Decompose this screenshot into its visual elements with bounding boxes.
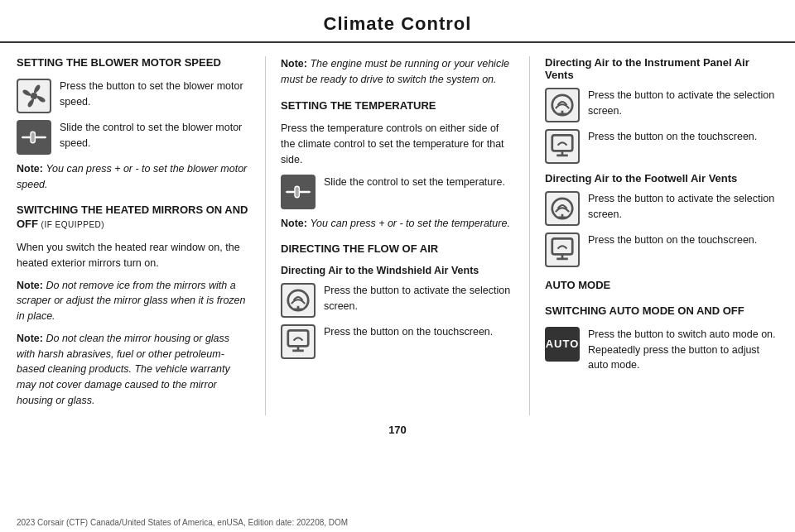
windshield-subtitle: Directing Air to the Windshield Air Vent… (281, 265, 514, 276)
blower-note: Note: You can press + or - to set the bl… (17, 161, 250, 193)
instrument-select-icon (545, 88, 580, 122)
temp-prereq-note: Note: The engine must be running or your… (281, 56, 514, 88)
footwell-touch-text: Press the button on the touchscreen. (588, 232, 778, 248)
page-header: Climate Control (0, 0, 795, 43)
column-2: Note: The engine must be running or your… (269, 56, 526, 415)
windshield-touch-text: Press the button on the touchscreen. (324, 324, 514, 340)
instrument-touch-row: Press the button on the touchscreen. (545, 129, 778, 164)
temp-slider-text: Slide the control to set the temperature… (324, 175, 514, 190)
instrument-select-row: Press the button to activate the selecti… (545, 88, 778, 122)
footwell-select-icon (545, 191, 580, 226)
temp-slider-icon (281, 175, 316, 209)
temp-note-content: You can press + or - to set the temperat… (310, 218, 509, 229)
mirrors-note2: Note: Do not clean the mirror housing or… (17, 331, 250, 409)
blower-slider-row: Slide the control to set the blower moto… (17, 120, 250, 155)
setting-temp-title: SETTING THE TEMPERATURE (281, 99, 514, 113)
auto-mode-row: AUTO Press the button to switch auto mod… (545, 327, 778, 373)
windshield-touch-icon (281, 324, 316, 359)
directing-flow-title: DIRECTING THE FLOW OF AIR (281, 242, 514, 256)
divider-2 (529, 56, 530, 415)
fan-icon (17, 79, 51, 113)
temp-note-label: Note: (281, 218, 307, 229)
blower-slider-text: Slide the control to set the blower moto… (60, 120, 250, 151)
mirrors-note1: Note: Do not remove ice from the mirrors… (17, 278, 250, 324)
instrument-panel-title: Directing Air to the Instrument Panel Ai… (545, 56, 778, 81)
setting-temp-body: Press the temperature controls on either… (281, 121, 514, 167)
instrument-touch-icon (545, 129, 580, 164)
heated-mirrors-body: When you switch the heated rear window o… (17, 240, 250, 271)
mirrors-note2-label: Note: (17, 333, 43, 344)
temp-prereq-label: Note: (281, 58, 307, 69)
auto-mode-title: AUTO MODE (545, 279, 778, 293)
page-container: Climate Control SETTING THE BLOWER MOTOR… (0, 0, 795, 532)
if-equipped-label: (IF EQUIPPED) (41, 220, 105, 229)
temp-slider-row: Slide the control to set the temperature… (281, 175, 514, 209)
footwell-select-text: Press the button to activate the selecti… (588, 191, 778, 223)
mirrors-note1-content: Do not remove ice from the mirrors with … (17, 280, 246, 323)
page-number: 170 (388, 424, 407, 436)
blower-fan-text: Press the button to set the blower motor… (60, 79, 250, 110)
blower-motor-title: SETTING THE BLOWER MOTOR SPEED (17, 56, 250, 70)
blower-note-label: Note: (17, 163, 43, 175)
temp-prereq-content: The engine must be running or your vehic… (281, 58, 509, 85)
mirrors-note1-label: Note: (17, 280, 43, 291)
switching-auto-title: SWITCHING AUTO MODE ON AND OFF (545, 304, 778, 319)
svg-rect-2 (31, 132, 35, 143)
content-area: SETTING THE BLOWER MOTOR SPEED Press the… (0, 56, 795, 415)
svg-rect-4 (295, 186, 299, 198)
windshield-select-row: Press the button to activate the selecti… (281, 283, 514, 318)
footwell-touch-row: Press the button on the touchscreen. (545, 232, 778, 267)
divider-1 (265, 56, 266, 415)
windshield-touch-row: Press the button on the touchscreen. (281, 324, 514, 359)
column-1: SETTING THE BLOWER MOTOR SPEED Press the… (17, 56, 262, 415)
slider-icon (17, 120, 51, 155)
footwell-title: Directing Air to the Footwell Air Vents (545, 172, 778, 185)
column-3: Directing Air to the Instrument Panel Ai… (533, 56, 778, 415)
svg-point-0 (31, 93, 37, 99)
footwell-select-row: Press the button to activate the selecti… (545, 191, 778, 226)
blower-note-content: You can press + or - to set the blower m… (17, 163, 247, 190)
windshield-select-text: Press the button to activate the selecti… (324, 283, 514, 314)
mirrors-note2-content: Do not clean the mirror housing or glass… (17, 333, 230, 406)
auto-mode-icon: AUTO (545, 327, 580, 362)
footwell-touch-icon (545, 232, 580, 267)
temp-note: Note: You can press + or - to set the te… (281, 216, 514, 232)
page-footer: 170 (0, 424, 795, 441)
auto-mode-text: Press the button to switch auto mode on.… (588, 327, 778, 373)
instrument-select-text: Press the button to activate the selecti… (588, 88, 778, 119)
page-title: Climate Control (0, 13, 795, 35)
footer-info: 2023 Corsair (CTF) Canada/United States … (17, 518, 348, 527)
windshield-select-icon (281, 283, 316, 318)
heated-mirrors-title: SWITCHING THE HEATED MIRRORS ON AND OFF … (17, 204, 250, 232)
blower-fan-row: Press the button to set the blower motor… (17, 79, 250, 113)
instrument-touch-text: Press the button on the touchscreen. (588, 129, 778, 145)
